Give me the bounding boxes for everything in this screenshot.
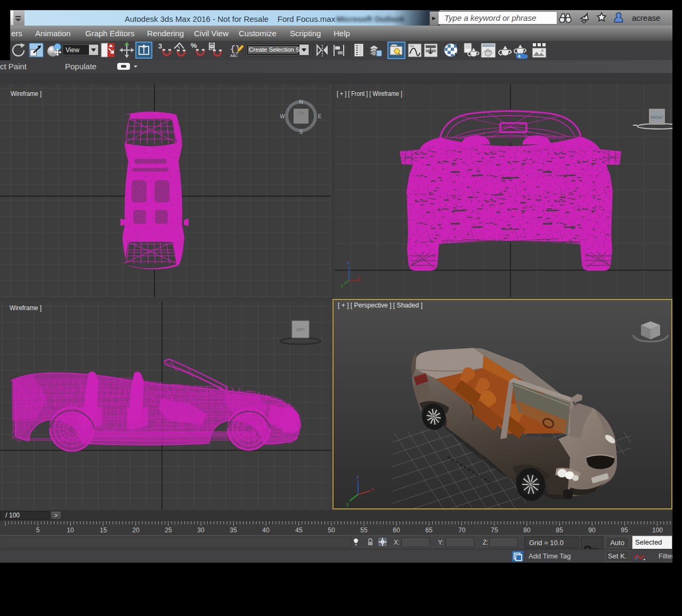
svg-text:y: y bbox=[346, 501, 349, 507]
svg-text:45: 45 bbox=[295, 526, 303, 534]
svg-text:xyz: xyz bbox=[410, 44, 414, 47]
svg-text:View: View bbox=[66, 46, 79, 54]
svg-text:z: z bbox=[356, 474, 359, 480]
svg-text:65: 65 bbox=[425, 526, 433, 534]
svg-text:90: 90 bbox=[588, 526, 596, 534]
svg-text:75: 75 bbox=[491, 526, 498, 534]
svg-text:%: % bbox=[191, 42, 197, 50]
svg-text:55: 55 bbox=[360, 526, 368, 534]
svg-text:5: 5 bbox=[36, 526, 40, 534]
svg-text:40: 40 bbox=[262, 526, 270, 534]
svg-text:50: 50 bbox=[328, 526, 335, 534]
svg-text:10: 10 bbox=[67, 526, 74, 534]
svg-text:E: E bbox=[318, 114, 322, 119]
svg-text:LEFT: LEFT bbox=[296, 328, 305, 331]
svg-text:FRONT: FRONT bbox=[651, 116, 664, 119]
svg-text:20: 20 bbox=[132, 526, 140, 534]
svg-text:x: x bbox=[371, 487, 374, 492]
svg-text:z: z bbox=[347, 260, 350, 265]
svg-text:25: 25 bbox=[165, 526, 172, 534]
svg-text:N: N bbox=[299, 99, 303, 105]
svg-text:S: S bbox=[299, 129, 303, 135]
svg-text:95: 95 bbox=[621, 526, 628, 534]
svg-text:60: 60 bbox=[393, 526, 400, 534]
svg-text:100: 100 bbox=[652, 526, 663, 534]
svg-text:x: x bbox=[358, 275, 361, 280]
svg-text:Wireframe ]: Wireframe ] bbox=[11, 90, 42, 98]
svg-text:80: 80 bbox=[523, 526, 531, 534]
svg-text:3: 3 bbox=[158, 42, 162, 50]
svg-text:15: 15 bbox=[100, 526, 107, 534]
svg-text:85: 85 bbox=[556, 526, 563, 534]
svg-text:[ + ] [ Front ] [ Wireframe ]: [ + ] [ Front ] [ Wireframe ] bbox=[337, 90, 402, 98]
svg-text:ABC: ABC bbox=[230, 54, 238, 58]
svg-text:Create Selection S: Create Selection S bbox=[249, 46, 300, 53]
svg-text:A: A bbox=[518, 54, 521, 58]
svg-text:TOP: TOP bbox=[297, 111, 305, 115]
svg-text:y: y bbox=[341, 283, 344, 288]
svg-text:70: 70 bbox=[458, 526, 466, 534]
svg-text:W: W bbox=[280, 114, 285, 119]
svg-text:35: 35 bbox=[230, 526, 237, 534]
svg-text:Wireframe ]: Wireframe ] bbox=[10, 304, 42, 312]
svg-text:[ + ] [ Perspective ] [ Shaded: [ + ] [ Perspective ] [ Shaded ] bbox=[338, 302, 423, 309]
svg-text:30: 30 bbox=[197, 526, 205, 534]
